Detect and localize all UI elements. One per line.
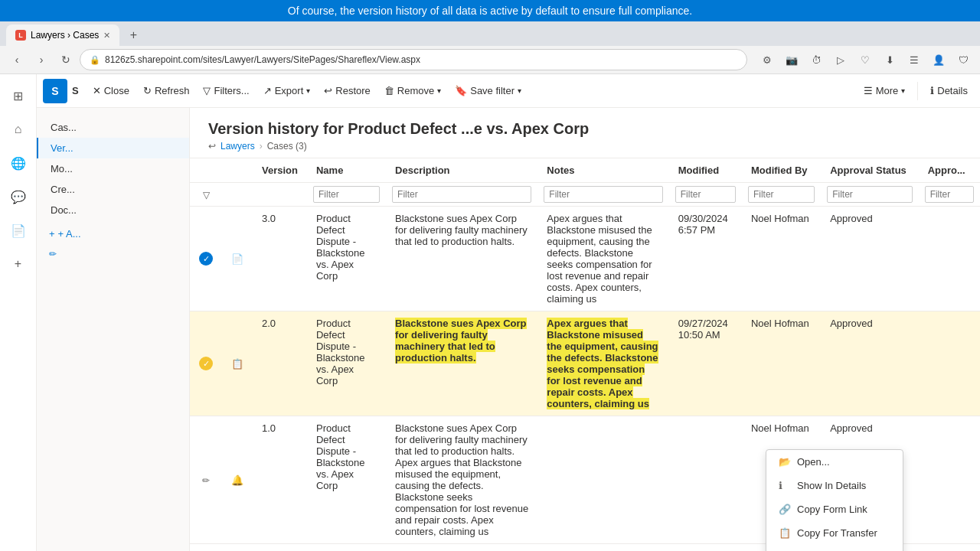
address-bar[interactable]: 🔒 8126z5.sharepoint.com/sites/Lawyer/Law… [80, 49, 747, 70]
profile-button[interactable]: 👤 [928, 49, 949, 70]
browser-tabs: L Lawyers › Cases ✕ + [0, 21, 980, 46]
nav-chat-icon[interactable]: 💬 [3, 181, 34, 212]
breadcrumb-back-icon: ↩ [208, 141, 216, 152]
heart-button[interactable]: ♡ [854, 49, 876, 70]
camera-button[interactable]: 📷 [781, 49, 802, 70]
reload-button[interactable]: ↻ [55, 49, 77, 70]
context-menu-copy-for-transfer[interactable]: 📋 Copy For Transfer [766, 521, 903, 545]
more-icon: ☰ [864, 85, 873, 96]
sidebar-item-cases[interactable]: Cas... [37, 117, 189, 138]
close-button[interactable]: ✕ Close [87, 80, 136, 101]
col-notes[interactable]: Notes [537, 158, 668, 183]
content-with-sidebar: Cas... Ver... Mo... Cre... Doc... [37, 108, 980, 551]
copy-transfer-icon: 📋 [779, 527, 791, 539]
filters-button[interactable]: ▽ Filters... [197, 80, 255, 101]
row-check-cell: ✓ [190, 207, 222, 311]
name-cell: Product Defect Dispute - Blackstone vs. … [307, 311, 386, 416]
col-modified[interactable]: Modified [669, 158, 742, 183]
nav-apps-icon[interactable]: ⊞ [3, 80, 34, 111]
save-filter-button[interactable]: 🔖 Save filter ▾ [449, 80, 528, 101]
description-cell: Blackstone sues Apex Corp for delivering… [386, 207, 537, 311]
export-button[interactable]: ↗ Export ▾ [257, 80, 317, 101]
back-button[interactable]: ‹ [6, 49, 28, 70]
check-mark-icon-yellow: ✓ [199, 357, 213, 370]
table-row[interactable]: ✓ 📋 2.0 Product Defect Dispute - Blackst… [190, 311, 980, 416]
more-button[interactable]: ☰ More ▾ [858, 80, 912, 101]
version-cell: 2.0 [253, 311, 307, 416]
edit-pencil-icon: ✏ [202, 475, 210, 486]
top-info-message: Of course, the version history of all da… [288, 5, 692, 17]
filter-modified-input[interactable] [675, 186, 736, 203]
remove-chevron-icon: ▾ [437, 86, 441, 95]
nav-globe-icon[interactable]: 🌐 [3, 148, 34, 178]
breadcrumb-lawyers[interactable]: Lawyers [220, 141, 255, 152]
shield-button[interactable]: 🛡 [952, 49, 974, 70]
context-menu-show-details[interactable]: ℹ Show In Details [766, 474, 903, 497]
context-menu-copy-form-link[interactable]: 🔗 Copy Form Link [766, 497, 903, 521]
appro-cell [919, 311, 980, 416]
nav-add-icon[interactable]: + [3, 249, 34, 279]
clock-button[interactable]: ⏱ [805, 49, 827, 70]
open-folder-icon: 📂 [779, 456, 791, 468]
filter-appro-input[interactable] [925, 186, 974, 203]
copy-for-transfer-label: Copy For Transfer [797, 527, 877, 539]
filter-modified-by-input[interactable] [748, 186, 815, 203]
filter-name-input[interactable] [313, 186, 380, 203]
play-button[interactable]: ▷ [830, 49, 851, 70]
sidebar-edit-item[interactable]: ✏ [37, 244, 189, 264]
col-appro[interactable]: Appro... [919, 158, 980, 183]
forward-button[interactable]: › [31, 49, 52, 70]
info-circle-icon: ℹ [779, 480, 791, 491]
tab-label: Lawyers › Cases [31, 30, 99, 41]
name-cell: Product Defect Dispute - Blackstone vs. … [307, 207, 386, 311]
address-url: 8126z5.sharepoint.com/sites/Lawyer/Lawye… [105, 54, 420, 65]
sidebar-item-cre[interactable]: Cre... [37, 179, 189, 200]
context-menu-restore[interactable]: ↩ Restore [766, 545, 903, 551]
filter-row: ▽ [190, 183, 980, 207]
table-row[interactable]: ✓ 📄 3.0 Product Defect Dispute - Blackst… [190, 207, 980, 311]
row-check-cell: ✓ [190, 311, 222, 416]
extensions-button[interactable]: ⚙ [756, 49, 778, 70]
col-modified-by[interactable]: Modified By [742, 158, 821, 183]
tab-favicon: L [15, 30, 26, 41]
main-panel: Version history for Product Defect ...e … [190, 108, 980, 551]
version-cell: 1.0 [253, 416, 307, 544]
remove-button[interactable]: 🗑 Remove ▾ [378, 80, 447, 101]
restore-button[interactable]: ↩ Restore [318, 80, 377, 101]
sidebar-nav: Cas... Ver... Mo... Cre... Doc... [37, 114, 189, 223]
nav-docs-icon[interactable]: 📄 [3, 215, 34, 246]
col-approval-status[interactable]: Approval Status [821, 158, 918, 183]
sidebar-item-mo[interactable]: Mo... [37, 158, 189, 179]
context-menu-open[interactable]: 📂 Open... [766, 450, 903, 474]
sidebar-add-item[interactable]: + + A... [37, 223, 189, 244]
sidebar-item-doc[interactable]: Doc... [37, 200, 189, 220]
refresh-button[interactable]: ↻ Refresh [137, 80, 196, 101]
export-icon: ↗ [263, 85, 272, 96]
row-doc-cell: 📄 [222, 207, 253, 311]
new-tab-button[interactable]: + [122, 24, 144, 46]
col-name[interactable]: Name [307, 158, 386, 183]
breadcrumb-cases: Cases (3) [267, 141, 307, 152]
filter-notes-input[interactable] [544, 186, 662, 203]
left-sidebar: Cas... Ver... Mo... Cre... Doc... [37, 108, 190, 551]
nav-rail: ⊞ ⌂ 🌐 💬 📄 + [0, 74, 37, 551]
col-version[interactable]: Version [253, 158, 307, 183]
top-info-bar: Of course, the version history of all da… [0, 0, 980, 21]
page-title: Version history for Product Defect ...e … [208, 120, 962, 138]
sp-logo: S [43, 79, 67, 103]
details-button[interactable]: ℹ Details [924, 80, 974, 101]
browser-tab-active[interactable]: L Lawyers › Cases ✕ [6, 24, 119, 46]
sidebar-mo-label: Mo... [51, 163, 73, 174]
col-description[interactable]: Description [386, 158, 537, 183]
filter-description-input[interactable] [392, 186, 531, 203]
menu-button[interactable]: ☰ [903, 49, 925, 70]
tab-close-button[interactable]: ✕ [103, 31, 110, 41]
nav-home-icon[interactable]: ⌂ [3, 114, 34, 145]
sidebar-item-ver[interactable]: Ver... [37, 138, 189, 158]
bookmark-icon: 🔖 [455, 85, 467, 96]
sidebar-cre-label: Cre... [51, 184, 75, 195]
approval-status-cell: Approved [821, 207, 918, 311]
filter-approval-input[interactable] [827, 186, 912, 203]
sidebar-ver-label: Ver... [51, 142, 74, 154]
download-button[interactable]: ⬇ [879, 49, 900, 70]
